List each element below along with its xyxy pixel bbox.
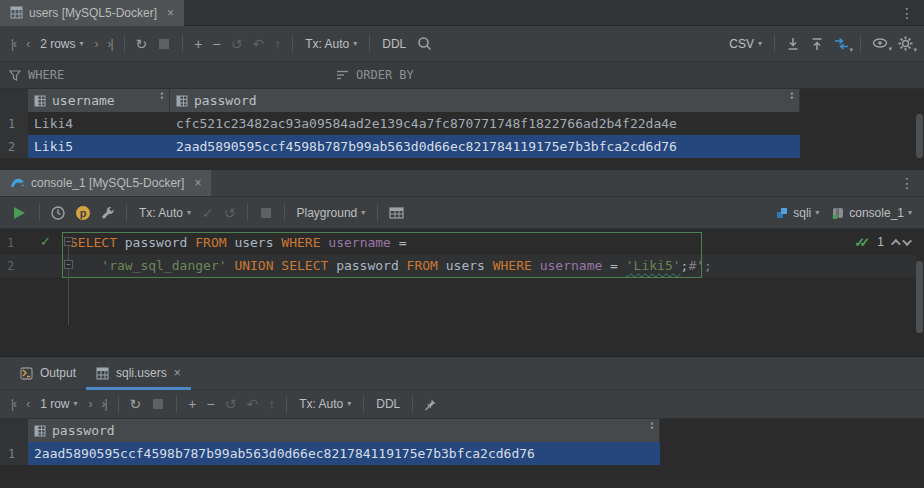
add-row-button[interactable]: + [189, 37, 207, 51]
refresh-button[interactable]: ↻ [131, 37, 153, 51]
table-row[interactable]: 1 Liki4 cfc521c23482ac93a09584ad2e139c4a… [0, 112, 800, 135]
settings-gear-icon[interactable]: ▾ [898, 36, 913, 51]
page-size-dropdown[interactable]: 2 rows ▾ [34, 37, 89, 51]
divider [247, 204, 248, 221]
refresh-button[interactable]: ↻ [125, 397, 147, 411]
table-row-selected[interactable]: 1 2aad5890595ccf4598b787b99ab563d0d66ec8… [0, 442, 660, 465]
last-page-button[interactable]: ›| [102, 37, 117, 51]
column-icon [176, 95, 188, 107]
export-download-icon[interactable] [786, 37, 800, 51]
prev-problem-icon[interactable] [891, 238, 901, 248]
next-problem-icon[interactable] [902, 236, 912, 246]
tab-output[interactable]: Output [10, 357, 86, 390]
tab-console[interactable]: console_1 [MySQL5-Docker] × [0, 170, 211, 196]
commit-button[interactable]: ✓ [197, 206, 219, 220]
top-editor-tab-bar: users [MySQL5-Docker] × ⋮ [0, 0, 924, 26]
tab-users-table[interactable]: users [MySQL5-Docker] × [0, 0, 184, 26]
where-filter-field[interactable]: WHERE [0, 68, 73, 82]
close-icon[interactable]: × [174, 366, 181, 380]
kebab-menu-icon[interactable]: ⋮ [900, 175, 914, 191]
row-number-header [0, 419, 28, 442]
column-header-username[interactable]: username ▴ ▾ [28, 89, 170, 112]
search-icon[interactable] [417, 36, 432, 51]
next-page-button[interactable]: › [83, 397, 96, 411]
sql-code-line[interactable]: SELECT password FROM users WHERE usernam… [70, 232, 407, 254]
divider [860, 35, 861, 52]
sort-toggle-icon[interactable]: ▴ ▾ [160, 91, 164, 101]
console-tab-bar: console_1 [MySQL5-Docker] × ⋮ [0, 170, 924, 197]
execute-play-button[interactable] [14, 207, 25, 219]
playground-mode-dropdown[interactable]: Playground ▾ [291, 206, 372, 220]
first-page-button[interactable]: |‹ [6, 37, 21, 51]
tx-mode-dropdown[interactable]: Tx: Auto ▾ [299, 37, 363, 51]
inspections-widget[interactable]: ✓ ✓ 1 [854, 235, 912, 249]
fold-marker-icon[interactable]: − [64, 237, 73, 246]
submit-button[interactable]: ↑ [269, 37, 286, 51]
divider [118, 396, 119, 413]
table-row-selected[interactable]: 2 Liki5 2aad5890595ccf4598b787b99ab563d0… [0, 135, 800, 158]
schema-name: sqli [793, 206, 811, 220]
chevron-down-icon: ▾ [815, 209, 819, 217]
tx-mode-dropdown[interactable]: Tx: Auto ▾ [293, 397, 357, 411]
column-icon [34, 95, 46, 107]
sql-editor[interactable]: 1 2 ✓ − − SELECT password FROM users WHE… [0, 229, 924, 352]
view-options-eye-icon[interactable]: ▾ [872, 37, 888, 50]
undo-button[interactable]: ↺ [226, 37, 248, 51]
grid-scrollbar[interactable] [916, 114, 923, 158]
ddl-button[interactable]: DDL [376, 37, 412, 51]
pin-tab-icon[interactable] [424, 398, 437, 411]
cell-username[interactable]: Liki5 [28, 135, 170, 158]
submit-button[interactable]: ↑ [263, 397, 280, 411]
undo-button[interactable]: ↺ [220, 397, 242, 411]
order-by-filter-field[interactable]: ORDER BY [336, 68, 414, 82]
sql-code-line[interactable]: 'raw_sql_danger' UNION SELECT password F… [70, 255, 712, 277]
divider [369, 35, 370, 52]
prev-page-button[interactable]: ‹ [21, 37, 34, 51]
cell-password[interactable]: 2aad5890595ccf4598b787b99ab563d0d66ec821… [28, 442, 660, 465]
cell-password[interactable]: 2aad5890595ccf4598b787b99ab563d0d66ec821… [170, 135, 800, 158]
session-icon [831, 207, 845, 219]
divider [286, 396, 287, 413]
delete-row-button[interactable]: − [202, 397, 220, 411]
sort-toggle-icon[interactable]: ▴ ▾ [790, 91, 794, 101]
sort-toggle-icon[interactable]: ▴ ▾ [650, 421, 654, 431]
result-grid-header: password ▴ ▾ [0, 419, 660, 442]
kebab-menu-icon[interactable]: ⋮ [900, 5, 914, 21]
first-page-button[interactable]: |‹ [6, 397, 21, 411]
console-toolbar-right: sqli ▾ console_1 ▾ [770, 206, 918, 220]
page-size-dropdown[interactable]: 1 row ▾ [34, 397, 83, 411]
parameters-icon[interactable]: p [76, 206, 90, 220]
output-layout-icon[interactable] [389, 207, 404, 219]
delete-row-button[interactable]: − [208, 37, 226, 51]
divider [377, 204, 378, 221]
revert-button[interactable]: ↶ [241, 397, 263, 411]
prev-page-button[interactable]: ‹ [21, 397, 34, 411]
ddl-button[interactable]: DDL [370, 397, 406, 411]
revert-button[interactable]: ↶ [247, 37, 269, 51]
tab-result-sqli-users[interactable]: sqli.users × [86, 357, 191, 390]
close-icon[interactable]: × [167, 6, 174, 20]
column-header-password[interactable]: password ▴ ▾ [28, 419, 660, 442]
console-tx-mode-dropdown[interactable]: Tx: Auto ▾ [133, 206, 197, 220]
cell-username[interactable]: Liki4 [28, 112, 170, 135]
add-row-button[interactable]: + [183, 397, 201, 411]
editor-scrollbar[interactable] [916, 261, 923, 333]
settings-wrench-icon[interactable] [101, 206, 115, 220]
next-page-button[interactable]: › [89, 37, 102, 51]
close-icon[interactable]: × [194, 176, 201, 190]
compare-icon[interactable]: ▾ [834, 37, 849, 51]
session-selector-dropdown[interactable]: console_1 ▾ [825, 206, 918, 220]
chevron-down-icon: ▾ [73, 400, 77, 408]
export-format-dropdown[interactable]: CSV ▾ [723, 37, 768, 51]
cell-password[interactable]: cfc521c23482ac93a09584ad2e139c4a7fc87077… [170, 112, 800, 135]
divider [363, 396, 364, 413]
history-clock-icon[interactable] [51, 206, 65, 220]
fold-marker-icon[interactable]: − [64, 260, 73, 269]
last-page-button[interactable]: ›| [96, 397, 111, 411]
schema-selector-dropdown[interactable]: sqli ▾ [770, 206, 825, 220]
top-toolbar-right: CSV ▾ ▾ [723, 35, 918, 52]
import-upload-icon[interactable] [810, 37, 824, 51]
rollback-button[interactable]: ↺ [219, 206, 241, 220]
sort-desc-icon: ▾ [790, 96, 794, 101]
column-header-password[interactable]: password ▴ ▾ [170, 89, 800, 112]
